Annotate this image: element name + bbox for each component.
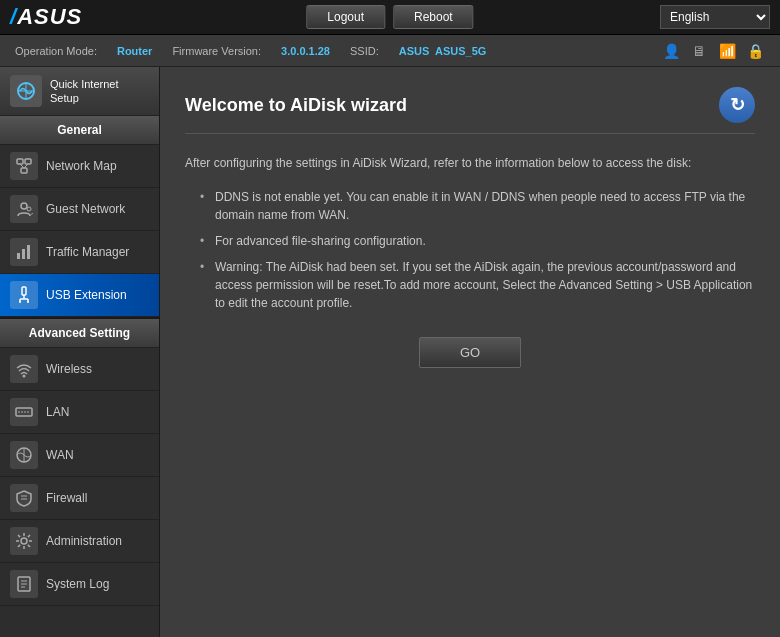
bullet-list: DDNS is not enable yet. You can enable i… [200,188,755,312]
sidebar-item-label: WAN [46,448,74,462]
svg-rect-13 [22,287,26,295]
svg-rect-3 [17,159,23,164]
usb-extension-icon [10,281,38,309]
main-layout: Quick InternetSetup General Network Map [0,67,780,637]
operation-mode-value[interactable]: Router [117,45,152,57]
sidebar-item-label: System Log [46,577,109,591]
sidebar-item-administration[interactable]: Administration [0,520,159,563]
svg-point-30 [21,538,27,544]
sidebar-item-wan[interactable]: WAN [0,434,159,477]
system-log-icon [10,570,38,598]
sidebar-item-network-map[interactable]: Network Map [0,145,159,188]
firmware-value: 3.0.0.1.28 [281,45,330,57]
lan-icon [10,398,38,426]
sidebar-item-label: Administration [46,534,122,548]
sidebar-item-usb-extension[interactable]: USB Extension [0,274,159,317]
svg-point-19 [27,301,29,303]
svg-rect-5 [21,168,27,173]
svg-rect-21 [16,408,32,416]
svg-rect-10 [17,253,20,259]
sidebar-item-label: Firewall [46,491,87,505]
operation-mode-label: Operation Mode: [15,45,97,57]
logo: /ASUS [10,4,82,30]
sidebar-item-traffic-manager[interactable]: Traffic Manager [0,231,159,274]
administration-icon [10,527,38,555]
page-title-text: Welcome to AiDisk wizard [185,95,407,116]
sidebar-item-label: USB Extension [46,288,127,302]
advanced-setting-header: Advanced Setting [0,317,159,348]
sidebar: Quick InternetSetup General Network Map [0,67,160,637]
sidebar-item-wireless[interactable]: Wireless [0,348,159,391]
qis-label: Quick InternetSetup [50,77,118,106]
list-item: Warning: The AiDisk had been set. If you… [200,258,755,312]
general-section-header: General [0,116,159,145]
sidebar-item-quick-internet-setup[interactable]: Quick InternetSetup [0,67,159,116]
logout-button[interactable]: Logout [306,5,385,29]
page-title-bar: Welcome to AiDisk wizard ↻ [185,87,755,134]
ssid-value: ASUS ASUS_5G [399,45,487,57]
reboot-button[interactable]: Reboot [393,5,474,29]
svg-point-20 [23,375,26,378]
sidebar-item-label: Guest Network [46,202,125,216]
network-map-icon [10,152,38,180]
qis-icon [10,75,42,107]
sidebar-item-guest-network[interactable]: Guest Network [0,188,159,231]
content-area: Welcome to AiDisk wizard ↻ After configu… [160,67,780,637]
list-item: For advanced file-sharing configuration. [200,232,755,250]
sidebar-item-lan[interactable]: LAN [0,391,159,434]
ssid-label: SSID: [350,45,379,57]
sidebar-item-label: Traffic Manager [46,245,129,259]
sidebar-item-firewall[interactable]: Firewall [0,477,159,520]
status-bar: Operation Mode: Router Firmware Version:… [0,35,780,67]
firmware-label: Firmware Version: [172,45,261,57]
header: /ASUS Logout Reboot English Français Deu… [0,0,780,35]
status-icons: 👤 🖥 📶 🔒 [661,43,765,59]
guest-network-icon [10,195,38,223]
sidebar-item-label: Wireless [46,362,92,376]
wan-icon [10,441,38,469]
header-buttons: Logout Reboot [306,5,473,29]
go-button[interactable]: GO [419,337,521,368]
header-right: English Français Deutsch [660,5,770,29]
intro-text: After configuring the settings in AiDisk… [185,154,755,173]
svg-rect-12 [27,245,30,259]
sidebar-item-label: Network Map [46,159,117,173]
language-select[interactable]: English Français Deutsch [660,5,770,29]
sidebar-item-label: LAN [46,405,69,419]
svg-rect-11 [22,249,25,259]
network-icon: 🖥 [689,43,709,59]
sidebar-item-system-log[interactable]: System Log [0,563,159,606]
svg-point-9 [27,207,31,211]
list-item: DDNS is not enable yet. You can enable i… [200,188,755,224]
lock-icon: 🔒 [745,43,765,59]
refresh-button[interactable]: ↻ [719,87,755,123]
firewall-icon [10,484,38,512]
svg-rect-4 [25,159,31,164]
svg-point-8 [21,203,27,209]
user-icon: 👤 [661,43,681,59]
signal-icon: 📶 [717,43,737,59]
wireless-icon [10,355,38,383]
svg-point-18 [19,301,21,303]
traffic-manager-icon [10,238,38,266]
